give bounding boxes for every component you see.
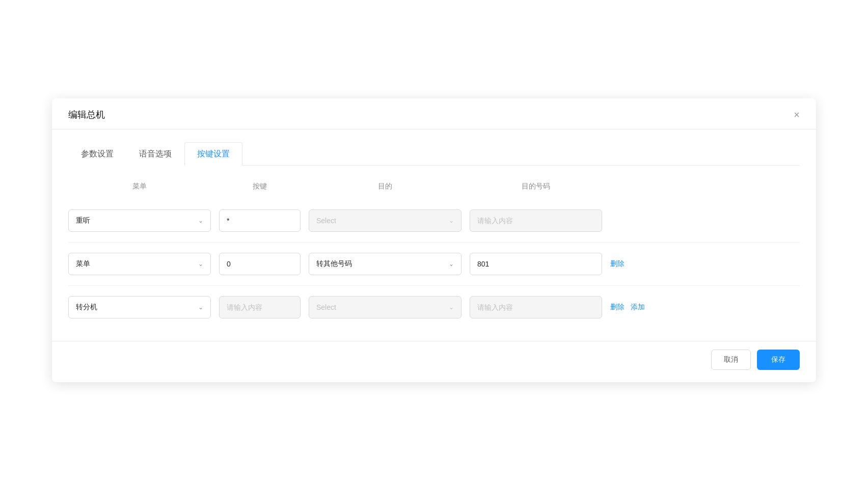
dest-number-input-3[interactable] [470, 296, 602, 318]
row-3-actions: 删除 添加 [610, 303, 800, 312]
chevron-down-icon: ⌄ [198, 304, 203, 311]
close-icon[interactable]: × [794, 110, 800, 120]
tabs: 参数设置 语音选项 按键设置 [68, 142, 800, 166]
delete-button-3[interactable]: 删除 [610, 303, 625, 312]
cancel-button[interactable]: 取消 [711, 350, 751, 370]
menu-select-3-value: 转分机 [76, 303, 97, 312]
tab-params[interactable]: 参数设置 [68, 142, 126, 166]
add-button-3[interactable]: 添加 [631, 303, 645, 312]
col-menu: 菜单 [68, 182, 211, 191]
dialog-header: 编辑总机 × [52, 98, 816, 129]
edit-dialog: 编辑总机 × 参数设置 语音选项 按键设置 菜单 按键 目的 目的号码 [52, 98, 816, 382]
row-2-actions: 删除 [610, 259, 800, 269]
key-input-2[interactable] [219, 253, 301, 275]
destination-select-3-value: Select [316, 303, 336, 311]
chevron-down-icon: ⌄ [198, 260, 203, 268]
dialog-body: 参数设置 语音选项 按键设置 菜单 按键 目的 目的号码 重听 ⌄ [52, 129, 816, 341]
key-input-1[interactable] [219, 209, 301, 232]
table-row: 菜单 ⌄ 转其他号码 ⌄ 删除 [68, 243, 800, 286]
key-input-3[interactable] [219, 296, 301, 318]
dialog-title: 编辑总机 [68, 109, 105, 121]
table-header: 菜单 按键 目的 目的号码 [68, 182, 800, 199]
destination-select-2-value: 转其他号码 [316, 259, 352, 269]
dest-number-input-2[interactable] [470, 253, 602, 275]
save-button[interactable]: 保存 [757, 350, 800, 370]
table-rows: 重听 ⌄ Select ⌄ 菜单 ⌄ 转其他号码 [68, 199, 800, 329]
destination-select-1-value: Select [316, 217, 336, 225]
chevron-down-icon: ⌄ [198, 217, 203, 224]
delete-button-2[interactable]: 删除 [610, 259, 625, 269]
col-destination: 目的 [309, 182, 462, 191]
chevron-down-icon: ⌄ [449, 260, 454, 268]
table-row: 重听 ⌄ Select ⌄ [68, 199, 800, 243]
chevron-down-icon: ⌄ [449, 304, 454, 311]
menu-select-3[interactable]: 转分机 ⌄ [68, 296, 211, 318]
tab-keypad[interactable]: 按键设置 [184, 142, 242, 166]
col-actions [610, 182, 800, 191]
menu-select-1-value: 重听 [76, 216, 90, 225]
chevron-down-icon: ⌄ [449, 217, 454, 224]
destination-select-2[interactable]: 转其他号码 ⌄ [309, 253, 462, 275]
table-row: 转分机 ⌄ Select ⌄ 删除 添加 [68, 286, 800, 329]
destination-select-1[interactable]: Select ⌄ [309, 209, 462, 232]
menu-select-1[interactable]: 重听 ⌄ [68, 209, 211, 232]
tab-voice[interactable]: 语音选项 [126, 142, 184, 166]
dialog-footer: 取消 保存 [52, 341, 816, 382]
col-key: 按键 [219, 182, 301, 191]
col-dest-number: 目的号码 [470, 182, 602, 191]
menu-select-2-value: 菜单 [76, 259, 90, 269]
dest-number-input-1[interactable] [470, 209, 602, 232]
menu-select-2[interactable]: 菜单 ⌄ [68, 253, 211, 275]
destination-select-3[interactable]: Select ⌄ [309, 296, 462, 318]
